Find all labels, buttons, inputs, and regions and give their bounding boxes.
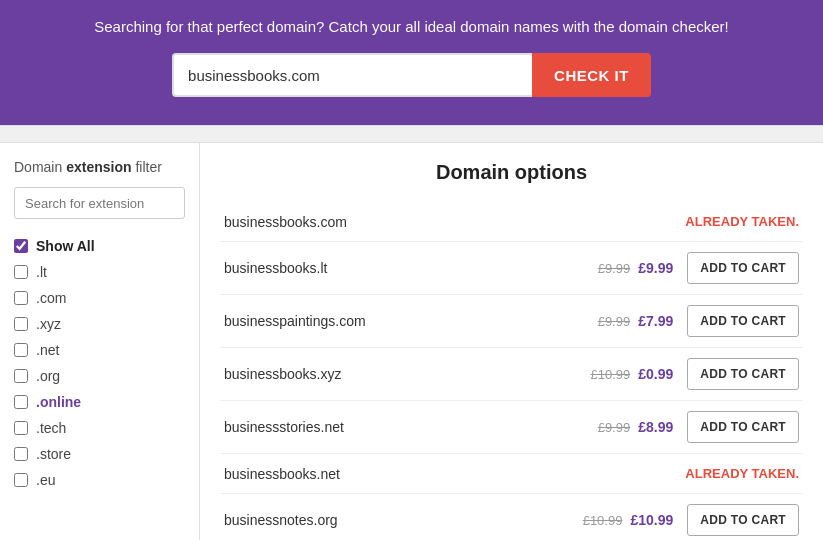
filter-lt-label: .lt [36,264,47,280]
filter-store-checkbox[interactable] [14,447,28,461]
price-old: £9.99 [598,420,631,435]
domain-name: businessnotes.org [224,512,583,528]
check-it-button[interactable]: CHECK IT [532,53,651,97]
domain-row: businessbooks.comALREADY TAKEN. [220,202,803,242]
filter-store-label: .store [36,446,71,462]
filter-show-all-label: Show All [36,238,95,254]
domain-name: businessbooks.lt [224,260,598,276]
add-to-cart-button[interactable]: ADD TO CART [687,305,799,337]
add-to-cart-button[interactable]: ADD TO CART [687,504,799,536]
filter-net-label: .net [36,342,59,358]
filter-net[interactable]: .net [14,337,185,363]
price-new: £7.99 [638,313,673,329]
add-to-cart-button[interactable]: ADD TO CART [687,252,799,284]
domain-name: businessstories.net [224,419,598,435]
header-tagline: Searching for that perfect domain? Catch… [20,18,803,35]
already-taken-label: ALREADY TAKEN. [685,466,799,481]
filter-xyz-label: .xyz [36,316,61,332]
filter-show-all[interactable]: Show All [14,233,185,259]
domain-row: businessbooks.lt£9.99£9.99ADD TO CART [220,242,803,295]
add-to-cart-button[interactable]: ADD TO CART [687,358,799,390]
price-new: £10.99 [630,512,673,528]
filter-net-checkbox[interactable] [14,343,28,357]
filter-eu-label: .eu [36,472,55,488]
domain-row: businesspaintings.com£9.99£7.99ADD TO CA… [220,295,803,348]
filter-org[interactable]: .org [14,363,185,389]
extension-search-input[interactable] [14,187,185,219]
filter-com-checkbox[interactable] [14,291,28,305]
filter-xyz[interactable]: .xyz [14,311,185,337]
price-old: £9.99 [598,261,631,276]
sidebar: Domain extension filter Show All .lt .co… [0,143,200,540]
filter-com[interactable]: .com [14,285,185,311]
price-new: £8.99 [638,419,673,435]
filter-tech-checkbox[interactable] [14,421,28,435]
add-to-cart-button[interactable]: ADD TO CART [687,411,799,443]
domain-name: businesspaintings.com [224,313,598,329]
domain-list: businessbooks.comALREADY TAKEN.businessb… [220,202,803,540]
domain-row: businessstories.net£9.99£8.99ADD TO CART [220,401,803,454]
domain-row: businessnotes.org£10.99£10.99ADD TO CART [220,494,803,540]
main-layout: Domain extension filter Show All .lt .co… [0,143,823,540]
filter-online-checkbox[interactable] [14,395,28,409]
filter-online[interactable]: .online [14,389,185,415]
price-old: £10.99 [590,367,630,382]
filter-org-checkbox[interactable] [14,369,28,383]
filter-xyz-checkbox[interactable] [14,317,28,331]
domain-input[interactable] [172,53,532,97]
filter-lt-checkbox[interactable] [14,265,28,279]
content-title: Domain options [220,161,803,184]
filter-lt[interactable]: .lt [14,259,185,285]
domain-row: businessbooks.netALREADY TAKEN. [220,454,803,494]
filter-online-label: .online [36,394,81,410]
price-new: £9.99 [638,260,673,276]
filter-tech[interactable]: .tech [14,415,185,441]
divider [0,125,823,143]
search-row: CHECK IT [20,53,803,97]
filter-com-label: .com [36,290,66,306]
filter-org-label: .org [36,368,60,384]
filter-eu[interactable]: .eu [14,467,185,493]
price-old: £9.99 [598,314,631,329]
price-new: £0.99 [638,366,673,382]
already-taken-label: ALREADY TAKEN. [685,214,799,229]
sidebar-title-bold: extension [66,159,131,175]
domain-name: businessbooks.xyz [224,366,590,382]
header-section: Searching for that perfect domain? Catch… [0,0,823,125]
content-area: Domain options businessbooks.comALREADY … [200,143,823,540]
filter-list: Show All .lt .com .xyz .net .org [14,233,185,493]
price-old: £10.99 [583,513,623,528]
domain-name: businessbooks.net [224,466,685,482]
filter-eu-checkbox[interactable] [14,473,28,487]
sidebar-title: Domain extension filter [14,159,185,175]
domain-name: businessbooks.com [224,214,685,230]
domain-row: businessbooks.xyz£10.99£0.99ADD TO CART [220,348,803,401]
filter-show-all-checkbox[interactable] [14,239,28,253]
filter-tech-label: .tech [36,420,66,436]
filter-store[interactable]: .store [14,441,185,467]
